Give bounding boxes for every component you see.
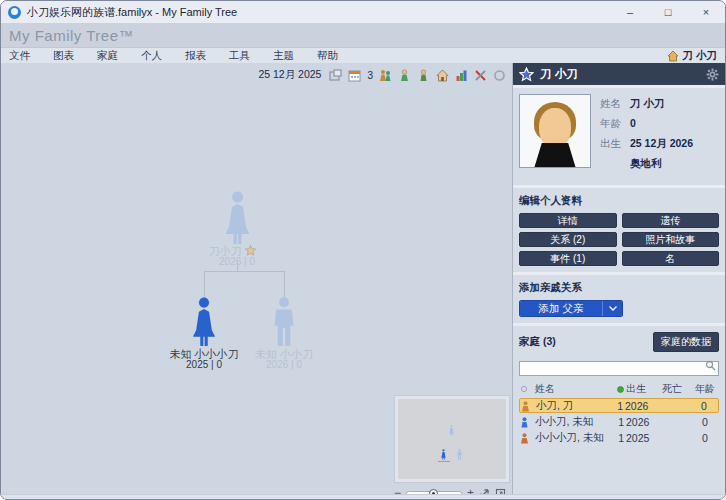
tree-root-info: 2026 | 0 [192, 256, 282, 267]
window-bottom-edge [1, 494, 725, 499]
living-status-icon [613, 384, 626, 395]
menu-family[interactable]: 家庭 [97, 49, 118, 63]
tree-person-root[interactable] [220, 191, 255, 245]
zoom-slider-handle[interactable] [429, 489, 438, 495]
field-value-birthplace: 奥地利 [630, 157, 662, 171]
sort-icon [520, 385, 535, 393]
minimap-left-figure [440, 449, 447, 460]
connector-right-down [284, 271, 285, 298]
menu-file[interactable]: 文件 [9, 49, 30, 63]
menu-person[interactable]: 个人 [141, 49, 162, 63]
field-value-age: 0 [630, 117, 636, 131]
person-name-title: 刀 小刀 [540, 67, 700, 82]
profile-photo[interactable] [519, 94, 591, 168]
menu-themes[interactable]: 主题 [273, 49, 294, 63]
minimap-view [398, 399, 506, 479]
menu-tools[interactable]: 工具 [229, 49, 250, 63]
field-label-birth: 出生 [600, 137, 630, 151]
field-label-age: 年龄 [600, 117, 630, 131]
col-age: 年龄 [692, 382, 718, 396]
family-row[interactable]: 小小小刀, 未知 1 2025 0 [519, 431, 719, 445]
col-death: 死亡 [662, 382, 692, 396]
minimap-label-mark [438, 461, 450, 462]
home-person-name: 刀 小刀 [683, 49, 717, 63]
family-row-selected[interactable]: 小刀, 刀 1 2026 0 [519, 398, 719, 413]
zoom-slider[interactable] [406, 491, 462, 495]
family-data-button[interactable]: 家庭的数据 [653, 332, 719, 352]
relationships-button[interactable]: 关系 (2) [519, 232, 617, 247]
avatar-torso [522, 143, 588, 168]
app-window: 小刀娱乐网的族谱.familyx - My Family Tree – □ × … [0, 0, 726, 500]
maximize-button[interactable]: □ [649, 1, 687, 23]
menu-help[interactable]: 帮助 [317, 49, 338, 63]
tree-right-child-info: 2026 | 0 [239, 359, 329, 370]
fit-page-icon[interactable] [495, 488, 506, 495]
photos-stories-button[interactable]: 照片和故事 [622, 232, 720, 247]
person-icon [520, 433, 535, 444]
menu-charts[interactable]: 图表 [53, 49, 74, 63]
brand-title: My Family Tree™ [9, 27, 134, 44]
add-section-title: 添加亲戚关系 [519, 281, 719, 295]
edit-profile-section: 编辑个人资料 详情 遗传 关系 (2) 照片和故事 事件 (1) 名 [513, 188, 725, 272]
favorite-star-icon[interactable] [519, 67, 534, 82]
tree-person-right-child[interactable] [268, 297, 300, 347]
family-table-header[interactable]: 姓名 出生 死亡 年龄 [519, 382, 719, 396]
search-icon [705, 360, 716, 371]
current-date: 25 12月 2025 [258, 68, 321, 82]
zoom-controls: − + [394, 487, 506, 494]
close-button[interactable]: × [687, 1, 725, 23]
family-row[interactable]: 小小刀, 未知 1 2026 0 [519, 415, 719, 429]
add-father-split-button[interactable]: 添加 父亲 [519, 300, 623, 317]
genetics-button[interactable]: 遗传 [622, 213, 720, 228]
add-relative-dropdown[interactable] [602, 301, 622, 316]
statistics-icon[interactable] [455, 69, 468, 82]
fit-to-window-icon[interactable] [479, 488, 490, 495]
home-icon [667, 50, 679, 62]
tree-person-left-child[interactable] [187, 297, 221, 347]
minimap-panel[interactable] [394, 395, 510, 483]
brand-header: My Family Tree™ [1, 23, 725, 48]
names-button[interactable]: 名 [622, 251, 720, 266]
home-person-shortcut[interactable]: 刀 小刀 [667, 49, 717, 63]
person-header: 刀 小刀 [513, 63, 725, 85]
mother-icon[interactable] [398, 69, 411, 82]
root-star-badge [245, 245, 256, 256]
record-icon[interactable] [493, 69, 506, 82]
family-section-title: 家庭 (3) [519, 335, 653, 349]
add-father-button[interactable]: 添加 父亲 [520, 301, 602, 316]
person-sidebar: 刀 小刀 姓名刀 小刀 年龄0 出生25 12月 2026 奥地利 [513, 63, 725, 494]
avatar-face [539, 108, 571, 148]
edit-section-title: 编辑个人资料 [519, 194, 719, 208]
family-section: 家庭 (3) 家庭的数据 姓名 出生 死亡 年 [513, 326, 725, 494]
family-search-input[interactable] [519, 361, 719, 376]
minimap-right-figure [456, 449, 463, 460]
minimize-button[interactable]: – [611, 1, 649, 23]
family-icon[interactable] [379, 69, 392, 82]
connector-horizontal [204, 271, 285, 272]
field-label-name: 姓名 [600, 97, 630, 111]
events-button[interactable]: 事件 (1) [519, 251, 617, 266]
canvas-toolbar: 25 12月 2025 3 [258, 68, 506, 82]
add-relative-section: 添加亲戚关系 添加 父亲 [513, 275, 725, 323]
calendar-icon[interactable] [348, 69, 361, 82]
tree-left-child-info: 2025 | 0 [159, 359, 249, 370]
menu-reports[interactable]: 报表 [185, 49, 206, 63]
chevron-down-icon [609, 306, 617, 311]
minimap-root-figure [448, 425, 455, 436]
col-birth: 出生 [626, 382, 662, 396]
zoom-out-button[interactable]: − [394, 487, 401, 494]
tree-canvas[interactable]: 25 12月 2025 3 [1, 63, 513, 494]
home-chart-icon[interactable] [436, 69, 449, 82]
father-icon[interactable] [417, 69, 430, 82]
details-button[interactable]: 详情 [519, 213, 617, 228]
field-value-birth: 25 12月 2026 [630, 137, 693, 151]
popout-date-icon[interactable] [329, 69, 342, 82]
field-value-name: 刀 小刀 [630, 97, 664, 111]
people-count: 3 [367, 70, 373, 81]
connector-left-down [204, 271, 205, 298]
tools-icon[interactable] [474, 69, 487, 82]
app-logo-icon [8, 6, 21, 19]
gear-icon[interactable] [706, 68, 719, 81]
zoom-in-button[interactable]: + [467, 487, 474, 494]
profile-card: 姓名刀 小刀 年龄0 出生25 12月 2026 奥地利 [513, 88, 725, 185]
